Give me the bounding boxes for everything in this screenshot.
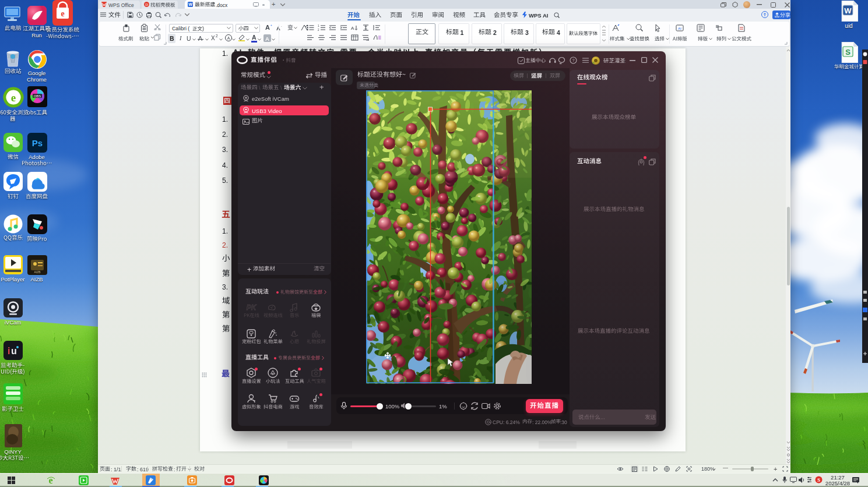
svg-text:e: e <box>61 9 64 18</box>
svg-text:u: u <box>11 346 17 356</box>
svg-text:AIZB: AIZB <box>34 270 41 274</box>
svg-text:AI: AI <box>678 27 681 30</box>
svg-text:A: A <box>351 26 354 31</box>
svg-text:i: i <box>8 346 10 356</box>
svg-text:1: 1 <box>318 24 319 27</box>
svg-text:+: + <box>270 24 272 27</box>
svg-text:S: S <box>845 48 851 57</box>
svg-text:A: A <box>227 36 230 40</box>
svg-text:-: - <box>281 25 282 28</box>
svg-text:e: e <box>11 91 16 104</box>
svg-text:2: 2 <box>318 29 319 31</box>
svg-text:?: ? <box>572 58 574 63</box>
svg-text:W: W <box>844 6 852 15</box>
svg-text:PK: PK <box>247 304 257 312</box>
svg-text:OBS: OBS <box>34 94 41 98</box>
svg-text:S: S <box>817 477 820 483</box>
svg-text:W: W <box>188 2 192 6</box>
svg-text:Ps: Ps <box>32 138 43 148</box>
svg-text:D: D <box>145 2 148 6</box>
